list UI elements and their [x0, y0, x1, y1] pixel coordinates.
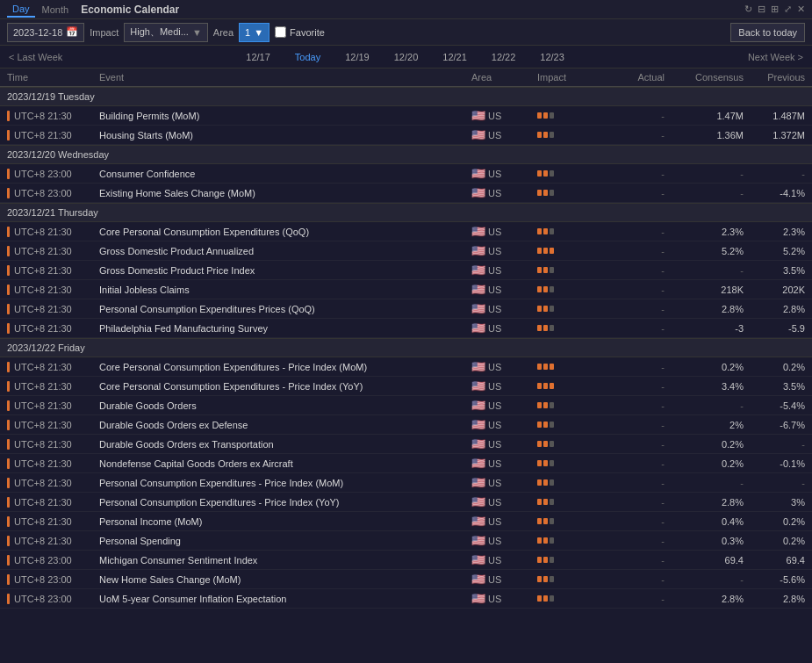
previous-cell: 69.4 [744, 555, 805, 566]
event-row[interactable]: UTC+8 21:30 Personal Consumption Expendi… [0, 493, 812, 512]
nav-date-1217[interactable]: 12/17 [234, 48, 283, 66]
event-row[interactable]: UTC+8 21:30 Personal Income (MoM) 🇺🇸US -… [0, 512, 812, 531]
event-row[interactable]: UTC+8 21:30 Gross Domestic Product Annua… [0, 241, 812, 261]
event-row[interactable]: UTC+8 21:30 Building Permits (MoM) 🇺🇸US … [0, 106, 812, 126]
nav-date-1222[interactable]: 12/22 [479, 48, 528, 66]
event-row[interactable]: UTC+8 21:30 Philadelphia Fed Manufacturi… [0, 319, 812, 338]
tab-day[interactable]: Day [7, 2, 35, 18]
event-row[interactable]: UTC+8 23:00 Existing Home Sales Change (… [0, 184, 812, 203]
nav-bar: < Last Week 12/17 Today 12/19 12/20 12/2… [0, 46, 812, 68]
previous-cell: -5.4% [744, 400, 805, 411]
impact-cell [537, 499, 607, 505]
event-name: Personal Consumption Expenditures Prices… [99, 304, 471, 314]
event-row[interactable]: UTC+8 21:30 Durable Goods Orders 🇺🇸US - … [0, 396, 812, 415]
consensus-cell: - [665, 478, 744, 488]
event-name: Durable Goods Orders ex Transportation [99, 439, 471, 450]
actual-cell: - [607, 323, 665, 334]
table-header: Time Event Area Impact Actual Consensus … [0, 68, 812, 87]
consensus-cell: 2.8% [665, 304, 744, 314]
header-actual: Actual [607, 72, 665, 83]
event-row[interactable]: UTC+8 21:30 Core Personal Consumption Ex… [0, 377, 812, 396]
prev-week-button[interactable]: < Last Week [4, 52, 68, 62]
consensus-cell: 2.8% [665, 594, 744, 604]
event-row[interactable]: UTC+8 21:30 Core Personal Consumption Ex… [0, 222, 812, 241]
nav-date-1219[interactable]: 12/19 [333, 48, 382, 66]
impact-select[interactable]: High、Medi... ▼ [124, 23, 208, 42]
event-name: Nondefense Capital Goods Orders ex Aircr… [99, 458, 471, 469]
previous-cell: 0.2% [744, 362, 805, 372]
area-dropdown-icon: ▼ [254, 27, 263, 38]
event-name: Personal Consumption Expenditures - Pric… [99, 478, 471, 488]
actual-cell: - [607, 111, 665, 121]
time-cell: UTC+8 23:00 [7, 188, 99, 198]
consensus-cell: 1.47M [665, 111, 744, 121]
tab-month[interactable]: Month [37, 3, 75, 17]
event-row[interactable]: UTC+8 21:30 Durable Goods Orders ex Defe… [0, 415, 812, 435]
previous-cell: - [744, 169, 805, 179]
impact-cell [537, 576, 607, 582]
event-name: Personal Consumption Expenditures - Pric… [99, 497, 471, 508]
nav-date-1221[interactable]: 12/21 [430, 48, 479, 66]
impact-value: High、Medi... [130, 25, 189, 39]
impact-label: Impact [90, 27, 119, 38]
area-select[interactable]: 1 ▼ [239, 23, 269, 42]
actual-cell: - [607, 169, 665, 179]
time-cell: UTC+8 21:30 [7, 536, 99, 546]
consensus-cell: 1.36M [665, 130, 744, 141]
calendar-icon: 📅 [66, 26, 78, 38]
consensus-cell: 2.3% [665, 227, 744, 237]
event-row[interactable]: UTC+8 21:30 Personal Consumption Expendi… [0, 473, 812, 493]
impact-cell [537, 112, 607, 119]
nav-date-today[interactable]: Today [283, 48, 333, 66]
impact-cell [537, 595, 607, 602]
event-row[interactable]: UTC+8 21:30 Nondefense Capital Goods Ord… [0, 454, 812, 473]
event-row[interactable]: UTC+8 23:00 Consumer Confidence 🇺🇸US - -… [0, 164, 812, 184]
actual-cell: - [607, 130, 665, 141]
consensus-cell: - [665, 265, 744, 276]
time-cell: UTC+8 21:30 [7, 478, 99, 488]
previous-cell: 2.3% [744, 227, 805, 237]
area-value: 1 [245, 27, 250, 38]
time-cell: UTC+8 21:30 [7, 439, 99, 450]
view-tabs: Day Month [7, 2, 74, 18]
header-time: Time [7, 72, 99, 83]
actual-cell: - [607, 285, 665, 295]
favorite-checkbox[interactable] [275, 26, 286, 38]
consensus-cell: 3.4% [665, 381, 744, 392]
collapse-icon[interactable]: ⊟ [758, 4, 765, 15]
maximize-icon[interactable]: ⤢ [784, 4, 792, 15]
nav-date-1223[interactable]: 12/23 [528, 48, 577, 66]
event-row[interactable]: UTC+8 23:00 UoM 5-year Consumer Inflatio… [0, 589, 812, 609]
event-row[interactable]: UTC+8 21:30 Initial Jobless Claims 🇺🇸US … [0, 280, 812, 299]
expand-icon[interactable]: ⊞ [771, 4, 779, 15]
consensus-cell: 2.8% [665, 497, 744, 508]
favorite-checkbox-label[interactable]: Favorite [275, 26, 325, 38]
event-row[interactable]: UTC+8 23:00 New Home Sales Change (MoM) … [0, 570, 812, 589]
event-row[interactable]: UTC+8 21:30 Durable Goods Orders ex Tran… [0, 435, 812, 454]
event-row[interactable]: UTC+8 21:30 Personal Consumption Expendi… [0, 299, 812, 319]
event-row[interactable]: UTC+8 21:30 Core Personal Consumption Ex… [0, 357, 812, 377]
event-row[interactable]: UTC+8 21:30 Housing Starts (MoM) 🇺🇸US - … [0, 126, 812, 145]
event-row[interactable]: UTC+8 21:30 Personal Spending 🇺🇸US - 0.3… [0, 531, 812, 551]
previous-cell: 3.5% [744, 265, 805, 276]
nav-date-1220[interactable]: 12/20 [382, 48, 431, 66]
event-row[interactable]: UTC+8 21:30 Gross Domestic Product Price… [0, 261, 812, 280]
time-cell: UTC+8 21:30 [7, 130, 99, 141]
back-to-today-button[interactable]: Back to today [730, 23, 805, 42]
next-week-button[interactable]: Next Week > [743, 52, 808, 62]
refresh-icon[interactable]: ↻ [744, 4, 752, 15]
consensus-cell: - [665, 574, 744, 585]
consensus-cell: 69.4 [665, 555, 744, 566]
time-cell: UTC+8 21:30 [7, 246, 99, 256]
consensus-cell: 0.2% [665, 458, 744, 469]
section-header-3: 2023/12/22 Friday [0, 338, 812, 357]
close-icon[interactable]: ✕ [797, 4, 805, 15]
impact-cell [537, 441, 607, 447]
area-cell: 🇺🇸US [471, 534, 537, 547]
actual-cell: - [607, 246, 665, 256]
actual-cell: - [607, 574, 665, 585]
event-name: Gross Domestic Product Annualized [99, 246, 471, 256]
event-row[interactable]: UTC+8 23:00 Michigan Consumer Sentiment … [0, 551, 812, 570]
impact-cell [537, 267, 607, 273]
date-input[interactable]: 2023-12-18 📅 [7, 23, 84, 42]
